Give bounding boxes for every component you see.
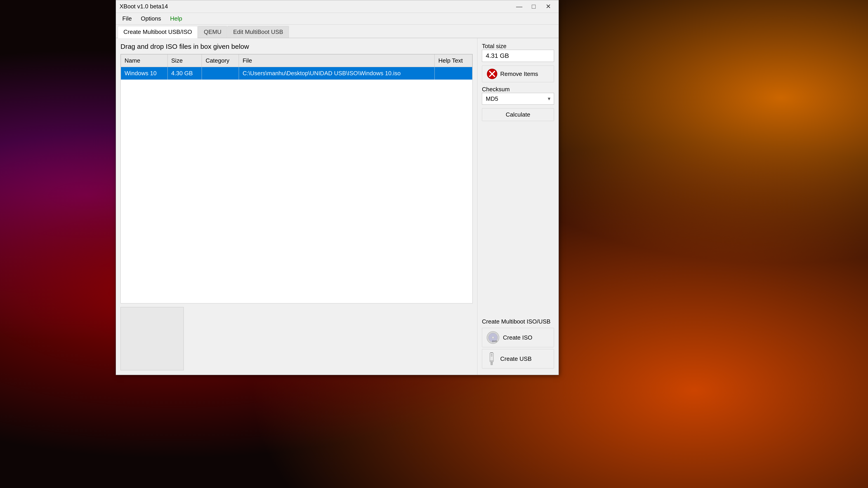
col-size: Size — [167, 55, 202, 67]
tab-qemu[interactable]: QEMU — [198, 26, 227, 38]
col-file: File — [239, 55, 435, 67]
create-section: Create Multiboot ISO/USB DVD Create ISO — [482, 318, 554, 370]
tab-bar: Create Multiboot USB/ISO QEMU Edit Multi… — [116, 25, 559, 38]
window-controls: — □ ✕ — [513, 2, 555, 11]
create-section-label: Create Multiboot ISO/USB — [482, 318, 554, 325]
file-table-container[interactable]: Name Size Category File Help Text Window… — [121, 54, 473, 303]
tab-edit[interactable]: Edit MultiBoot USB — [227, 26, 289, 38]
svg-point-5 — [492, 336, 494, 339]
dvd-icon: DVD — [487, 331, 499, 344]
menu-help[interactable]: Help — [166, 13, 187, 24]
usb-icon — [487, 352, 497, 365]
table-row[interactable]: Windows 104.30 GBC:\Users\manhu\Desktop\… — [121, 67, 472, 80]
col-name: Name — [121, 55, 168, 67]
window-title: XBoot v1.0 beta14 — [120, 3, 513, 10]
col-helptext: Help Text — [435, 55, 472, 67]
cell-file: C:\Users\manhu\Desktop\UNIDAD USB\ISO\Wi… — [239, 67, 435, 80]
minimize-button[interactable]: — — [513, 2, 526, 11]
menu-options[interactable]: Options — [136, 13, 166, 24]
maximize-button[interactable]: □ — [527, 2, 540, 11]
total-size-value: 4.31 GB — [482, 50, 554, 62]
main-content: Drag and drop ISO files in box given bel… — [116, 38, 559, 375]
create-iso-button[interactable]: DVD Create ISO — [482, 328, 554, 347]
left-panel: Drag and drop ISO files in box given bel… — [116, 38, 477, 375]
svg-rect-10 — [490, 361, 493, 362]
calculate-button[interactable]: Calculate — [482, 108, 554, 121]
svg-rect-8 — [491, 354, 493, 355]
close-button[interactable]: ✕ — [541, 2, 555, 11]
menu-bar: File Options Help — [116, 13, 559, 25]
file-table: Name Size Category File Help Text Window… — [121, 54, 472, 80]
remove-items-label: Remove Items — [500, 70, 538, 77]
right-panel: Total size 4.31 GB Remove Items Checksum… — [477, 38, 559, 375]
create-usb-label: Create USB — [500, 355, 532, 362]
total-size-label: Total size — [482, 43, 554, 50]
drag-drop-label: Drag and drop ISO files in box given bel… — [121, 43, 473, 51]
tab-create[interactable]: Create Multiboot USB/ISO — [118, 26, 197, 38]
main-window: XBoot v1.0 beta14 — □ ✕ File Options Hel… — [116, 0, 559, 375]
create-usb-button[interactable]: Create USB — [482, 349, 554, 368]
checksum-select-wrapper: MD5SHA1SHA256 — [482, 93, 554, 105]
title-bar: XBoot v1.0 beta14 — □ ✕ — [116, 0, 559, 13]
menu-file[interactable]: File — [118, 13, 136, 24]
checksum-select[interactable]: MD5SHA1SHA256 — [482, 93, 554, 105]
x-icon — [487, 68, 498, 79]
cell-help_text — [435, 67, 472, 80]
svg-text:DVD: DVD — [492, 340, 497, 343]
svg-rect-9 — [491, 356, 493, 356]
svg-rect-7 — [490, 353, 493, 361]
col-category: Category — [202, 55, 239, 67]
thumbnail-area — [121, 307, 184, 370]
remove-items-button[interactable]: Remove Items — [482, 66, 554, 82]
cell-size: 4.30 GB — [167, 67, 202, 80]
create-iso-label: Create ISO — [503, 334, 532, 341]
cell-name: Windows 10 — [121, 67, 168, 80]
svg-rect-11 — [491, 362, 493, 365]
cell-category — [202, 67, 239, 80]
checksum-label: Checksum — [482, 86, 554, 93]
